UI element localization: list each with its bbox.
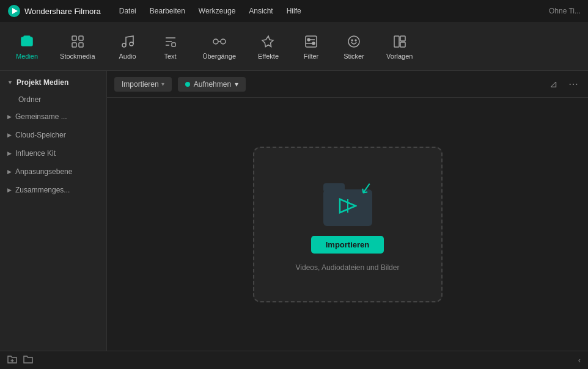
dropzone-description: Videos, Audiodateien und Bilder: [296, 263, 400, 272]
arrow-icon: ▼: [7, 79, 13, 86]
menu-ansicht[interactable]: Ansicht: [243, 4, 279, 18]
window-title-right: Ohne Ti...: [549, 7, 581, 15]
dropzone-area: ↙ Importieren Videos, Audiodateien und B…: [107, 98, 588, 351]
chevron-down-icon: ▾: [161, 81, 164, 87]
svg-rect-8: [79, 43, 83, 47]
arrow-icon: ▶: [7, 150, 12, 156]
toolbar-stockmedia-label: Stockmedia: [60, 53, 95, 60]
folder-icon: ↙: [320, 177, 375, 226]
toolbar-audio-label: Audio: [119, 53, 136, 60]
arrow-icon: ▶: [7, 187, 12, 193]
sidebar-item-anpassung[interactable]: ▶ Anpasungsebene: [0, 163, 106, 181]
medien-icon: [18, 33, 35, 50]
filmora-arrow-icon: [339, 198, 357, 217]
sticker-icon: [345, 33, 362, 50]
menu-datei[interactable]: Datei: [113, 4, 142, 18]
svg-rect-22: [400, 42, 405, 47]
svg-rect-14: [306, 36, 317, 47]
svg-point-15: [307, 38, 310, 41]
toolbar-medien-label: Medien: [16, 53, 38, 60]
toolbar-vorlagen[interactable]: Vorlagen: [375, 28, 424, 65]
menu-hilfe[interactable]: Hilfe: [281, 4, 307, 18]
toolbar-uebergaenge[interactable]: Übergänge: [192, 28, 247, 65]
toolbar-sticker[interactable]: Sticker: [333, 28, 375, 65]
menu-werkzeuge[interactable]: Werkzeuge: [193, 4, 241, 18]
vorlagen-icon: [391, 33, 408, 50]
svg-point-10: [130, 42, 133, 46]
audio-icon: [119, 33, 136, 50]
menu-bearbeiten[interactable]: Bearbeiten: [144, 4, 191, 18]
sidebar-ordner[interactable]: Ordner: [0, 92, 106, 108]
svg-point-13: [221, 39, 226, 44]
svg-rect-7: [72, 43, 76, 47]
svg-rect-3: [24, 36, 30, 38]
download-arrow-icon: ↙: [358, 177, 374, 198]
toolbar: Medien Stockmedia Audio: [0, 22, 588, 71]
content-area: Importieren ▾ Aufnehmen ▾ ⊿ ⋯: [107, 71, 588, 351]
svg-point-12: [213, 39, 218, 44]
sidebar-item-zusammen[interactable]: ▶ Zusammenges...: [0, 181, 106, 199]
svg-point-4: [25, 40, 29, 43]
app-name: Wondershare Filmora: [24, 7, 101, 16]
content-toolbar-right: ⊿ ⋯: [547, 76, 581, 92]
main-area: ▼ Projekt Medien Ordner ▶ Gemeinsame ...…: [0, 71, 588, 351]
sidebar-item-gemeinsame[interactable]: ▶ Gemeinsame ...: [0, 108, 106, 126]
arrow-icon: ▶: [7, 169, 12, 175]
dropzone: ↙ Importieren Videos, Audiodateien und B…: [253, 147, 443, 302]
toolbar-filter-label: Filter: [304, 53, 318, 60]
sidebar-item-influence[interactable]: ▶ Influence Kit: [0, 144, 106, 163]
toolbar-effekte-label: Effekte: [258, 53, 279, 60]
svg-rect-20: [394, 36, 399, 47]
stockmedia-icon: [69, 33, 86, 50]
app-logo: Wondershare Filmora: [7, 4, 101, 18]
chevron-down-icon: ▾: [235, 80, 238, 89]
svg-point-18: [351, 40, 353, 41]
folder-icon[interactable]: [23, 354, 33, 366]
filter-sort-icon[interactable]: ⊿: [547, 76, 560, 92]
bottombar: ‹: [0, 351, 588, 369]
collapse-sidebar-icon[interactable]: ‹: [578, 356, 581, 365]
record-button[interactable]: Aufnehmen ▾: [178, 77, 246, 92]
toolbar-stockmedia[interactable]: Stockmedia: [49, 28, 106, 65]
dropzone-import-button[interactable]: Importieren: [311, 236, 384, 254]
uebergaenge-icon: [211, 33, 228, 50]
sidebar: ▼ Projekt Medien Ordner ▶ Gemeinsame ...…: [0, 71, 107, 351]
svg-point-17: [348, 36, 359, 47]
arrow-icon: ▶: [7, 132, 12, 138]
svg-rect-11: [172, 43, 175, 46]
menu-bar: Datei Bearbeiten Werkzeuge Ansicht Hilfe: [113, 4, 307, 18]
svg-rect-5: [72, 36, 76, 40]
text-icon: [162, 33, 179, 50]
record-dot-icon: [185, 82, 190, 87]
more-options-icon[interactable]: ⋯: [566, 76, 581, 92]
svg-point-16: [312, 42, 315, 45]
filter-icon: [303, 33, 320, 50]
svg-point-9: [122, 43, 126, 47]
toolbar-vorlagen-label: Vorlagen: [386, 53, 413, 60]
svg-rect-21: [400, 36, 405, 41]
toolbar-medien[interactable]: Medien: [5, 28, 49, 65]
toolbar-audio[interactable]: Audio: [106, 28, 149, 65]
toolbar-text[interactable]: Text: [149, 28, 192, 65]
toolbar-sticker-label: Sticker: [344, 53, 364, 60]
sidebar-section-label: Projekt Medien: [17, 78, 68, 87]
toolbar-text-label: Text: [164, 53, 176, 60]
import-button[interactable]: Importieren ▾: [114, 77, 172, 92]
toolbar-effekte[interactable]: Effekte: [247, 28, 290, 65]
arrow-icon: ▶: [7, 114, 12, 120]
toolbar-uebergaenge-label: Übergänge: [203, 53, 236, 60]
sidebar-item-cloud[interactable]: ▶ Cloud-Speicher: [0, 126, 106, 144]
sidebar-projekt-medien[interactable]: ▼ Projekt Medien: [0, 73, 106, 92]
titlebar: Wondershare Filmora Datei Bearbeiten Wer…: [0, 0, 588, 22]
effekte-icon: [260, 33, 277, 50]
svg-point-19: [355, 40, 356, 41]
content-toolbar: Importieren ▾ Aufnehmen ▾ ⊿ ⋯: [107, 71, 588, 98]
new-folder-icon[interactable]: [7, 354, 17, 366]
logo-icon: [7, 4, 21, 18]
toolbar-filter[interactable]: Filter: [290, 28, 333, 65]
svg-rect-6: [79, 36, 83, 40]
